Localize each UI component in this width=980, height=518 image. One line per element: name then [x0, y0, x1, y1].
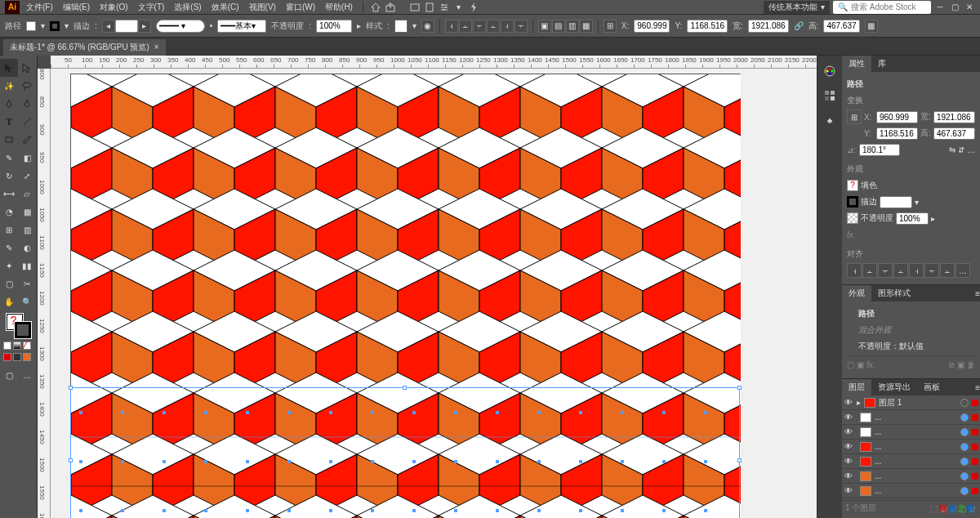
dup-icon[interactable]: ▣	[957, 360, 964, 369]
gradient-tool[interactable]: ▥	[18, 221, 36, 239]
align-left[interactable]: ⫞	[445, 20, 458, 33]
canvas[interactable]: 0501001502002503003504004505005506006507…	[38, 56, 817, 518]
transform-anchor[interactable]: ⊞	[604, 20, 617, 33]
slice-tool[interactable]: ✂	[18, 275, 36, 292]
symbol-sprayer-tool[interactable]: ✦	[0, 257, 18, 275]
target-icon[interactable]	[960, 487, 969, 495]
magic-wand-tool[interactable]: ✨	[0, 77, 18, 95]
pf-exclude[interactable]: ▦	[580, 20, 593, 33]
search-field[interactable]: 🔍 搜索 Adobe Stock	[833, 1, 931, 14]
more-options-icon[interactable]: …	[967, 145, 975, 154]
target-icon[interactable]	[960, 413, 969, 422]
visibility-icon[interactable]: 👁	[844, 427, 853, 436]
menu-help[interactable]: 帮助(H)	[322, 2, 356, 13]
brush-tool[interactable]	[18, 131, 36, 149]
swatches-panel-icon[interactable]	[821, 87, 839, 105]
hand-tool[interactable]: ✋	[0, 292, 18, 310]
align-vcenter[interactable]: ⫞	[501, 20, 514, 33]
target-icon[interactable]	[960, 443, 969, 451]
width-tool[interactable]: ⟷	[0, 185, 18, 203]
shape-builder-tool[interactable]: ◔	[0, 203, 18, 221]
fill-stroke-swatch[interactable]: ?	[7, 314, 31, 338]
document-tab[interactable]: 未标题-1* @ 66.67% (RGB/GPU 预览) ×	[3, 39, 166, 56]
close-tab-icon[interactable]: ×	[154, 42, 159, 51]
asset-export-tab[interactable]: 资源导出	[871, 379, 917, 395]
style-swatch[interactable]	[394, 20, 408, 33]
pf-intersect[interactable]: ▥	[566, 20, 579, 33]
screen-mode[interactable]: ▢	[0, 366, 18, 384]
prop-x[interactable]: 960.999	[876, 111, 918, 123]
artboard-area[interactable]	[51, 69, 817, 518]
align-r[interactable]: ⫟	[878, 263, 893, 278]
menu-view[interactable]: 视图(V)	[246, 2, 279, 13]
layer-row[interactable]: 👁...	[842, 454, 980, 469]
add-fill-icon[interactable]: ▣	[857, 360, 864, 369]
artboards-tab[interactable]: 画板	[917, 379, 947, 395]
stroke-profile[interactable]: ━━━━ ▾	[156, 20, 205, 33]
align-bottom[interactable]: ⫟	[514, 20, 528, 33]
lasso-tool[interactable]	[18, 77, 36, 95]
symbols-panel-icon[interactable]: ♣	[821, 111, 839, 129]
menu-select[interactable]: 选择(S)	[171, 2, 204, 13]
layer-row[interactable]: 👁...	[842, 440, 980, 454]
stroke-width-field[interactable]	[115, 20, 138, 33]
pf-unite[interactable]: ▣	[538, 20, 551, 33]
align-top[interactable]: ⫠	[487, 20, 500, 33]
locate-layer-icon[interactable]: ⬚	[930, 504, 938, 513]
scale-tool[interactable]: ⤢	[18, 167, 36, 185]
stroke-swatch-prop[interactable]	[847, 196, 858, 208]
align-more[interactable]: …	[956, 263, 970, 278]
share-icon[interactable]	[385, 2, 396, 13]
free-transform-tool[interactable]: ▱	[18, 185, 36, 203]
align-c[interactable]: ⫠	[862, 263, 877, 278]
target-icon[interactable]	[960, 399, 969, 407]
prop-y[interactable]: 1168.516	[876, 127, 918, 140]
arrange-icon[interactable]: ▾	[453, 2, 465, 13]
x-field[interactable]: 960.999	[634, 20, 670, 33]
align-right[interactable]: ⫟	[473, 20, 486, 33]
eraser-tool[interactable]: ◧	[18, 149, 36, 167]
stroke-w-prop[interactable]	[880, 196, 912, 208]
direct-selection-tool[interactable]	[18, 59, 36, 77]
dist-h[interactable]: ⫠	[940, 263, 955, 278]
align-b[interactable]: ⫟	[924, 263, 939, 278]
fill-swatch-prop[interactable]: ?	[847, 180, 858, 191]
add-fx-icon[interactable]: fx.	[866, 360, 875, 369]
align-t[interactable]: ⫠	[893, 263, 908, 278]
maximize-icon[interactable]: ▢	[949, 2, 960, 13]
type-tool[interactable]: T	[0, 113, 18, 131]
layer-row[interactable]: 👁▸图层 1	[842, 395, 980, 410]
visibility-icon[interactable]: 👁	[844, 442, 853, 451]
prop-h[interactable]: 467.637	[933, 127, 975, 140]
appearance-opacity-row[interactable]: 不透明度：默认值	[847, 339, 975, 354]
graphic-styles-tab[interactable]: 图形样式	[871, 285, 917, 301]
preferences-icon[interactable]	[439, 2, 450, 13]
eyedropper-tool[interactable]: ✎	[0, 239, 18, 257]
align-l[interactable]: ⫞	[847, 263, 862, 278]
menu-file[interactable]: 文件(F)	[23, 2, 56, 13]
draw-mode-mini[interactable]	[0, 353, 37, 361]
pen-tool[interactable]	[0, 95, 18, 113]
visibility-icon[interactable]: 👁	[844, 486, 853, 495]
menu-window[interactable]: 窗口(W)	[283, 2, 318, 13]
close-window-icon[interactable]: ✕	[964, 2, 975, 13]
target-icon[interactable]	[960, 472, 969, 480]
h-field[interactable]: 467.637	[823, 20, 859, 33]
add-stroke-icon[interactable]: ▢	[847, 360, 854, 369]
doc-setup-icon[interactable]	[424, 2, 435, 13]
home-icon[interactable]	[370, 2, 381, 13]
menu-object[interactable]: 对象(O)	[96, 2, 131, 13]
edit-tools[interactable]: …	[18, 366, 36, 384]
panel-menu-icon[interactable]: ≡	[975, 289, 980, 298]
align-m[interactable]: ⫞	[909, 263, 924, 278]
properties-tab[interactable]: 属性	[842, 56, 871, 72]
isolate-icon[interactable]: ▦	[865, 20, 878, 33]
shaper-tool[interactable]: ✎	[0, 149, 18, 167]
stroke-dec[interactable]: ◂	[102, 20, 115, 33]
fill-swatch[interactable]	[26, 21, 36, 31]
line-tool[interactable]	[18, 113, 36, 131]
stroke-swatch[interactable]	[50, 21, 60, 31]
zoom-tool[interactable]: 🔍	[18, 292, 36, 310]
layer-row[interactable]: 👁...	[842, 484, 980, 498]
visibility-icon[interactable]: 👁	[844, 457, 853, 466]
